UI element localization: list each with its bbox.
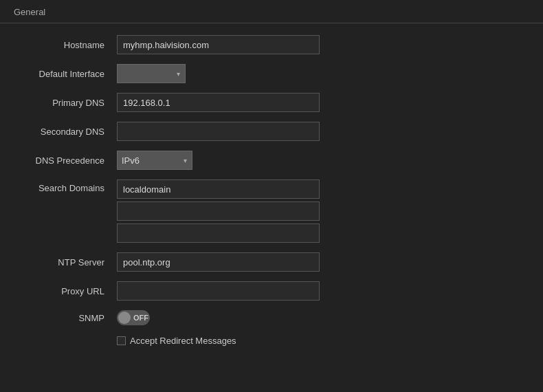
secondary-dns-label: Secondary DNS [14, 127, 117, 137]
default-interface-wrapper: ▾ [117, 64, 186, 83]
primary-dns-input[interactable] [117, 93, 320, 112]
dns-precedence-row: DNS Precedence IPv6 IPv4 ▾ [0, 146, 543, 175]
secondary-dns-input[interactable] [117, 122, 320, 141]
snmp-row: SNMP OFF [0, 305, 543, 330]
proxy-url-label: Proxy URL [14, 286, 117, 296]
secondary-dns-row: Secondary DNS [0, 117, 543, 146]
proxy-url-row: Proxy URL [0, 276, 543, 305]
dns-precedence-wrapper: IPv6 IPv4 ▾ [117, 151, 192, 170]
ntp-server-input[interactable] [117, 252, 320, 272]
search-domain-input-2[interactable] [117, 202, 320, 221]
ntp-server-row: NTP Server [0, 248, 543, 276]
search-domains-group [117, 179, 320, 243]
search-domains-row: Search Domains [0, 175, 543, 248]
ntp-server-label: NTP Server [14, 257, 117, 268]
snmp-toggle[interactable]: OFF [117, 310, 150, 325]
snmp-toggle-container: OFF [117, 310, 150, 325]
default-interface-label: Default Interface [14, 69, 117, 79]
accept-redirect-checkbox[interactable] [117, 336, 126, 345]
accept-redirect-label[interactable]: Accept Redirect Messages [117, 336, 236, 346]
form-container: Hostname Default Interface ▾ Primary DNS… [0, 23, 543, 358]
hostname-label: Hostname [14, 40, 117, 50]
search-domain-input-3[interactable] [117, 224, 320, 243]
snmp-toggle-knob [118, 312, 131, 324]
dns-precedence-label: DNS Precedence [14, 155, 117, 166]
default-interface-row: Default Interface ▾ [0, 59, 543, 88]
hostname-row: Hostname [0, 30, 543, 59]
search-domains-label: Search Domains [14, 179, 117, 193]
hostname-input[interactable] [117, 35, 320, 54]
default-interface-select[interactable] [117, 64, 186, 83]
primary-dns-label: Primary DNS [14, 98, 117, 108]
snmp-toggle-label: OFF [133, 314, 148, 322]
general-panel: General Hostname Default Interface ▾ Pri… [0, 0, 543, 392]
primary-dns-row: Primary DNS [0, 88, 543, 117]
accept-redirect-text: Accept Redirect Messages [130, 336, 236, 346]
panel-title: General [0, 0, 543, 23]
dns-precedence-select[interactable]: IPv6 IPv4 [117, 151, 192, 170]
accept-redirect-row: Accept Redirect Messages [0, 330, 543, 351]
search-domain-input-1[interactable] [117, 179, 320, 199]
proxy-url-input[interactable] [117, 281, 320, 301]
snmp-label: SNMP [14, 313, 117, 323]
